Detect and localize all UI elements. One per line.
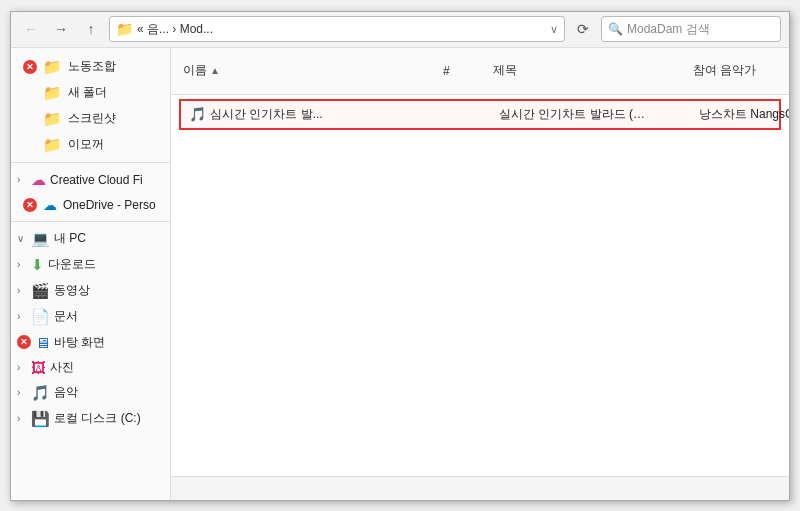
- sidebar: ✕ 📁 노동조합 📁 새 폴더 📁 스크린샷 📁 이모꺼: [11, 48, 171, 500]
- file-list: 🎵 심시간 인기차트 발... 실시간 인기차트 발라드 (… 낭스차트 Nan…: [171, 95, 789, 476]
- col-header-name[interactable]: 이름 ▲: [179, 48, 439, 94]
- expand-icon-pictures: ›: [17, 362, 27, 373]
- sort-arrow-icon: ▲: [210, 65, 220, 76]
- sidebar-item-desktop[interactable]: ✕ 🖥 바탕 화면: [11, 330, 170, 355]
- file-explorer-window: ← → ↑ 📁 « 음... › Mod... ∨ ⟳ 🔍 ModaDam 검색…: [10, 11, 790, 501]
- file-artist-cell: 낭스차트 NangsC...: [695, 103, 789, 126]
- column-headers: 이름 ▲ # 제목 참여 음악가 앨범: [171, 48, 789, 95]
- expand-icon: ›: [17, 174, 27, 185]
- forward-button[interactable]: →: [49, 17, 73, 41]
- search-bar[interactable]: 🔍 ModaDam 검색: [601, 16, 781, 42]
- search-icon: 🔍: [608, 22, 623, 36]
- address-text: « 음... › Mod...: [137, 21, 546, 38]
- toolbar: ← → ↑ 📁 « 음... › Mod... ∨ ⟳ 🔍 ModaDam 검색: [11, 12, 789, 48]
- sidebar-item-pictures[interactable]: › 🖼 사진: [11, 355, 170, 380]
- file-number-cell: [445, 103, 495, 126]
- sidebar-item-새폴더[interactable]: 📁 새 폴더: [11, 80, 170, 106]
- sidebar-item-노동조합[interactable]: ✕ 📁 노동조합: [11, 54, 170, 80]
- file-name-cell: 🎵 심시간 인기차트 발...: [185, 103, 445, 126]
- up-button[interactable]: ↑: [79, 17, 103, 41]
- sidebar-item-onedrive[interactable]: ✕ ☁ OneDrive - Perso: [11, 193, 170, 217]
- sidebar-separator-2: [11, 221, 170, 222]
- file-title-cell: 실시간 인기차트 발라드 (…: [495, 103, 695, 126]
- sidebar-item-이모꺼[interactable]: 📁 이모꺼: [11, 132, 170, 158]
- sidebar-item-localdisk[interactable]: › 💾 로컬 디스크 (C:): [11, 406, 170, 432]
- expand-icon-videos: ›: [17, 285, 27, 296]
- sidebar-item-스크린샷[interactable]: 📁 스크린샷: [11, 106, 170, 132]
- search-placeholder: ModaDam 검색: [627, 21, 774, 38]
- error-badge: ✕: [23, 60, 37, 74]
- folder-icon: 📁: [116, 21, 133, 37]
- error-badge-onedrive: ✕: [23, 198, 37, 212]
- col-header-title[interactable]: 제목: [489, 48, 689, 94]
- sidebar-item-downloads[interactable]: › ⬇ 다운로드: [11, 252, 170, 278]
- sidebar-item-music[interactable]: › 🎵 음악: [11, 380, 170, 406]
- expand-icon-documents: ›: [17, 311, 27, 322]
- table-row[interactable]: 🎵 심시간 인기차트 발... 실시간 인기차트 발라드 (… 낭스차트 Nan…: [179, 99, 781, 130]
- error-badge-desktop: ✕: [17, 335, 31, 349]
- sidebar-item-documents[interactable]: › 📄 문서: [11, 304, 170, 330]
- col-header-number[interactable]: #: [439, 48, 489, 94]
- sidebar-item-videos[interactable]: › 🎬 동영상: [11, 278, 170, 304]
- refresh-button[interactable]: ⟳: [571, 17, 595, 41]
- sidebar-item-creativecloud[interactable]: › ☁ Creative Cloud Fi: [11, 167, 170, 193]
- back-button[interactable]: ←: [19, 17, 43, 41]
- address-chevron-icon[interactable]: ∨: [550, 23, 558, 36]
- expand-icon-downloads: ›: [17, 259, 27, 270]
- main-content: 이름 ▲ # 제목 참여 음악가 앨범: [171, 48, 789, 500]
- music-file-icon: 🎵: [189, 106, 206, 122]
- sidebar-separator-1: [11, 162, 170, 163]
- sidebar-item-mypc[interactable]: ∨ 💻 내 PC: [11, 226, 170, 252]
- expand-icon-music: ›: [17, 387, 27, 398]
- expand-icon-mypc: ∨: [17, 233, 27, 244]
- expand-icon-localdisk: ›: [17, 413, 27, 424]
- content-area: ✕ 📁 노동조합 📁 새 폴더 📁 스크린샷 📁 이모꺼: [11, 48, 789, 500]
- address-bar[interactable]: 📁 « 음... › Mod... ∨: [109, 16, 565, 42]
- status-bar: [171, 476, 789, 500]
- col-header-artist[interactable]: 참여 음악가: [689, 48, 789, 94]
